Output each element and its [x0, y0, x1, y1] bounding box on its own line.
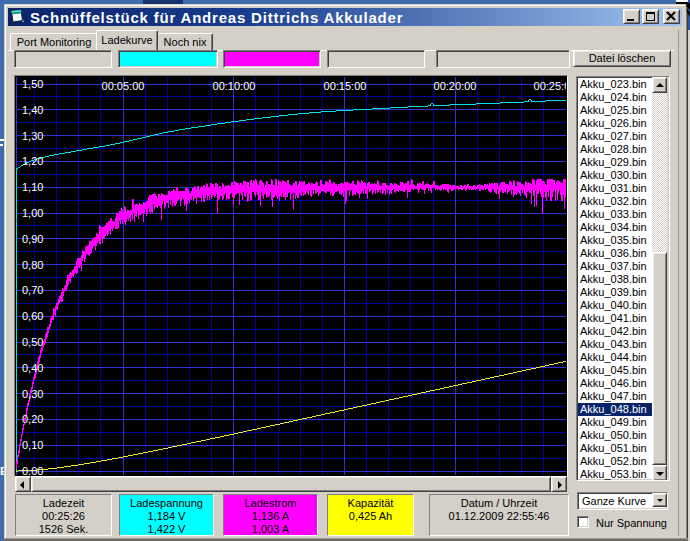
svg-text:0,00: 0,00: [22, 465, 43, 475]
svg-text:1,50: 1,50: [22, 78, 43, 90]
svg-text:1,20: 1,20: [22, 155, 43, 167]
svg-text:00:05:00: 00:05:00: [102, 80, 145, 92]
svg-text:0,30: 0,30: [22, 388, 43, 400]
svg-text:0,40: 0,40: [22, 362, 43, 374]
svg-text:00:25:00: 00:25:00: [534, 80, 566, 92]
svg-text:00:10:00: 00:10:00: [213, 80, 256, 92]
svg-text:00:20:00: 00:20:00: [434, 80, 477, 92]
svg-text:00:15:00: 00:15:00: [324, 80, 367, 92]
svg-text:0,10: 0,10: [22, 439, 43, 451]
svg-text:1,30: 1,30: [22, 130, 43, 142]
svg-text:0,60: 0,60: [22, 310, 43, 322]
svg-text:1,10: 1,10: [22, 181, 43, 193]
svg-text:0,90: 0,90: [22, 233, 43, 245]
svg-text:1,40: 1,40: [22, 104, 43, 116]
svg-text:0,50: 0,50: [22, 336, 43, 348]
svg-text:1,00: 1,00: [22, 207, 43, 219]
svg-text:0,20: 0,20: [22, 413, 43, 425]
svg-text:0,80: 0,80: [22, 259, 43, 271]
svg-text:0,70: 0,70: [22, 284, 43, 296]
